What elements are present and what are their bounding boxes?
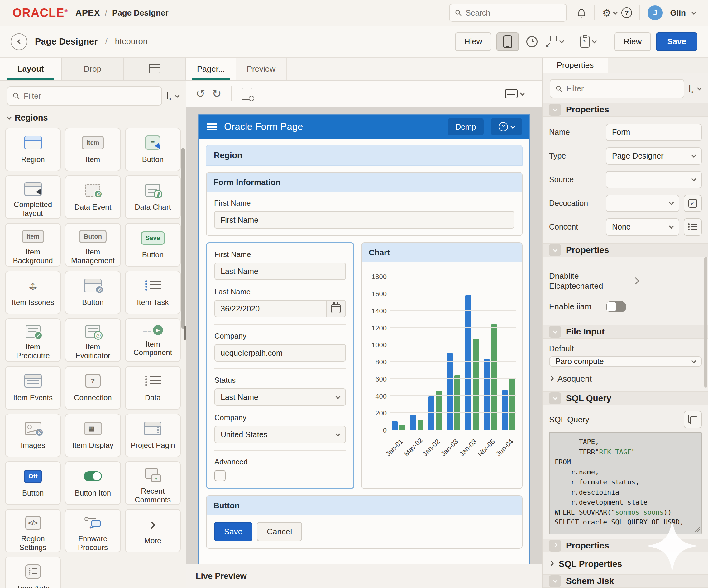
win-gear-icon: ⚙ [84, 278, 101, 294]
palette-card[interactable]: ▮Data Chart [125, 175, 181, 219]
palette-card[interactable]: ▦Item Display [65, 413, 121, 457]
name-input[interactable] [606, 124, 702, 141]
copy-code-button[interactable] [684, 411, 702, 428]
palette-card[interactable]: Time Auto [5, 557, 61, 588]
palette-card-label: Data [145, 393, 161, 402]
status-select[interactable]: Last Name [214, 389, 346, 406]
right-scrollbar[interactable] [704, 257, 707, 388]
palette-card[interactable]: Project Pagin [125, 413, 181, 457]
hamburger-menu-icon[interactable] [207, 123, 216, 130]
advanced-checkbox[interactable] [214, 470, 226, 481]
palette-card[interactable]: Data [125, 366, 181, 409]
palette-card[interactable]: ≡Button [125, 128, 181, 171]
type-select[interactable]: Page Designer [606, 147, 702, 165]
filter-input[interactable] [566, 84, 679, 93]
tab-drop[interactable]: Drop [62, 58, 124, 80]
properties-filter[interactable] [550, 79, 684, 98]
demp-button[interactable]: Demp [448, 118, 484, 135]
undo-icon[interactable]: ↺ [196, 87, 205, 100]
file-input-section-header[interactable]: File Input [543, 325, 708, 339]
sort-chevron-icon[interactable] [697, 86, 702, 91]
sort-order-icon[interactable]: la [167, 91, 171, 101]
properties2-section-header[interactable]: Properties [543, 243, 708, 257]
display-options-icon[interactable] [505, 89, 524, 98]
clipboard-actions-icon[interactable] [580, 36, 596, 48]
palette-card[interactable]: ⚙Data Event [65, 175, 121, 219]
concent-select[interactable]: None [606, 218, 679, 236]
layout-expand-icon[interactable] [545, 36, 563, 48]
settings-gear-icon[interactable]: ⚙ [602, 7, 617, 19]
global-search[interactable] [449, 4, 567, 22]
palette-card[interactable]: OffButton [5, 461, 61, 505]
palette-card[interactable]: Item Task [125, 271, 181, 314]
palette-card[interactable]: Button Iton [65, 461, 121, 505]
palette-card[interactable]: ?Connection [65, 366, 121, 409]
user-menu-chevron-icon[interactable] [691, 10, 697, 14]
save-button[interactable]: Save [656, 32, 698, 51]
preview-cancel-button[interactable]: Cancel [257, 522, 302, 541]
sql-query-editor[interactable]: TAPE, TERR"REK_TAGE"FROM r.name, r_forma… [549, 432, 702, 534]
country-select[interactable]: United States [214, 426, 346, 443]
mobile-view-button[interactable] [496, 32, 519, 51]
notifications-bell-icon[interactable] [576, 7, 587, 18]
help-icon[interactable]: ? [621, 7, 632, 18]
palette-card[interactable]: ⚌⚌▶Item Component [125, 318, 181, 362]
left-scrollbar[interactable] [181, 148, 185, 329]
palette-card[interactable]: ItemItem Background [5, 223, 61, 267]
filter-input[interactable] [24, 92, 156, 101]
palette-card[interactable]: ✓Item Precicutre [5, 318, 61, 362]
search-input[interactable] [466, 8, 561, 18]
preview-save-button[interactable]: Save [214, 522, 253, 541]
hiew-button[interactable]: Hiew [455, 32, 492, 51]
date-input[interactable] [214, 300, 326, 317]
palette-card[interactable]: Region [5, 128, 61, 171]
avatar[interactable]: J [648, 5, 662, 20]
redo-icon[interactable]: ↻ [212, 87, 221, 100]
riew-button[interactable]: Riew [614, 32, 651, 51]
tab-properties[interactable]: Properties [543, 58, 608, 73]
regions-section-header[interactable]: Regions [0, 109, 186, 126]
palette-card[interactable]: </>Region Settings [5, 509, 61, 553]
palette-card[interactable]: ↔↕Item Issones [5, 271, 61, 314]
sql-query-section-header[interactable]: SQL Query [543, 391, 708, 405]
palette-card[interactable]: ↩Fnnware Procours [65, 509, 121, 553]
properties3-section-header[interactable]: Properties [543, 539, 708, 553]
default-select[interactable]: Paro compute [549, 356, 702, 367]
palette-card[interactable]: ItemItem [65, 128, 121, 171]
palette-card[interactable]: ⚙Images [5, 413, 61, 457]
first-name-input[interactable] [214, 211, 514, 228]
tab-pager[interactable]: Pager... [186, 58, 236, 80]
sql-properties-row[interactable]: SQL Properties [543, 557, 708, 570]
palette-card[interactable]: ›More [125, 509, 181, 553]
palette-card[interactable]: Item Events [5, 366, 61, 409]
decocation-check-button[interactable]: ✓ [684, 195, 702, 212]
palette-filter[interactable] [7, 86, 162, 105]
tab-preview[interactable]: Preview [236, 58, 287, 80]
palette-card[interactable]: SaveButton [125, 223, 181, 267]
properties-section-header[interactable]: Properties [543, 103, 708, 117]
tab-grid[interactable] [124, 58, 186, 80]
history-icon[interactable] [526, 36, 537, 47]
sort-order-icon[interactable]: la [689, 84, 694, 94]
form-help-button[interactable]: ? [491, 118, 522, 135]
company-input[interactable] [214, 344, 346, 362]
tab-layout[interactable]: Layout [0, 58, 62, 80]
sort-chevron-icon[interactable] [175, 93, 180, 98]
back-button[interactable] [10, 33, 27, 50]
decocation-select[interactable] [606, 195, 679, 212]
asoquent-link[interactable]: Asoquent [543, 367, 708, 390]
enable-iiam-toggle[interactable] [606, 301, 626, 312]
palette-card[interactable]: ⚙Button [65, 271, 121, 314]
palette-card[interactable]: ◷Item Evoiticator [65, 318, 121, 362]
resize-handle[interactable] [695, 527, 700, 532]
palette-card[interactable]: Completted layout [5, 175, 61, 219]
page-search-icon[interactable] [242, 88, 253, 100]
fn-input[interactable] [214, 262, 346, 280]
calendar-button[interactable] [326, 300, 346, 317]
dnablite-row[interactable]: Dnablite Elcaptecnarted [543, 257, 708, 294]
concent-list-button[interactable] [684, 218, 702, 236]
palette-card[interactable]: ButonItem Management [65, 223, 121, 267]
source-select[interactable] [606, 171, 702, 188]
palette-card[interactable]: ▾Recent Comments [125, 461, 181, 505]
schem-jisk-section-header[interactable]: Schem Jisk [543, 574, 708, 588]
